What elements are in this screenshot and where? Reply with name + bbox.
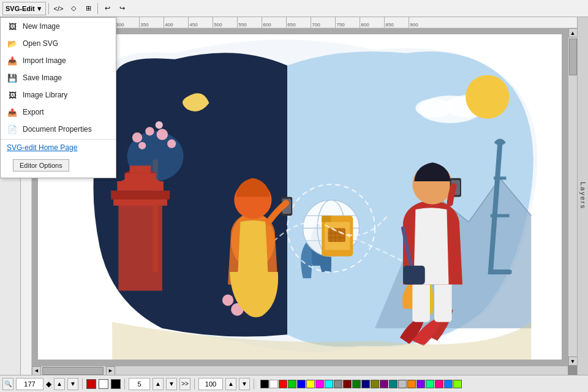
svg-point-14 [222, 295, 233, 306]
palette-gray[interactable] [334, 380, 342, 388]
palette-black[interactable] [260, 380, 269, 388]
zoom-out-button[interactable]: 🔍 [2, 378, 13, 390]
scroll-thumb-horizontal[interactable] [42, 367, 104, 375]
layers-panel[interactable]: Layers [577, 17, 588, 375]
zoom-arrow-up[interactable]: ▲ [54, 378, 65, 390]
new-image-icon: 🖼 [7, 21, 18, 32]
svg-point-6 [132, 132, 142, 142]
fill-color-swatch[interactable] [99, 379, 108, 389]
opacity-arrow-up[interactable]: ▲ [225, 378, 236, 390]
palette-purple[interactable] [380, 380, 388, 388]
scroll-left-arrow[interactable]: ◄ [32, 366, 41, 375]
svg-rect-21 [130, 165, 151, 173]
scroll-right-arrow[interactable]: ► [106, 366, 115, 375]
zoom-arrow-down[interactable]: ▼ [67, 378, 78, 390]
palette-chartreuse[interactable] [453, 380, 462, 388]
palette-white[interactable] [270, 380, 278, 388]
svg-point-9 [167, 140, 176, 148]
palette-olive[interactable] [371, 380, 379, 388]
scroll-thumb-vertical[interactable] [569, 39, 577, 75]
palette-dodger-blue[interactable] [444, 380, 453, 388]
menu-item-open-svg[interactable]: 📂 Open SVG [1, 35, 116, 52]
palette-yellow[interactable] [306, 380, 315, 388]
grid-button[interactable]: ⊞ [81, 2, 95, 15]
palette-blue[interactable] [297, 380, 306, 388]
svg-point-11 [156, 121, 163, 129]
menu-item-new-image-label: New Image [23, 22, 60, 31]
svg-point-10 [138, 142, 146, 149]
opacity-arrow-down[interactable]: ▼ [239, 378, 250, 390]
svg-point-2 [415, 99, 453, 118]
menu-item-save-image[interactable]: 💾 Save Image [1, 69, 116, 86]
palette-teal[interactable] [389, 380, 398, 388]
zoom-stepper: ◆ [46, 380, 51, 388]
menu-item-doc-props-label: Document Properties [23, 125, 92, 134]
ruler-tick-550: 550 [237, 17, 262, 28]
canvas-svg[interactable] [38, 34, 562, 360]
menu-item-document-properties[interactable]: 📄 Document Properties [1, 121, 116, 138]
palette-rose[interactable] [435, 380, 443, 388]
ruler-tick-700: 700 [311, 17, 335, 28]
svg-rect-43 [403, 266, 425, 285]
zoom-out-icon: 🔍 [4, 380, 12, 387]
stroke-color-swatch[interactable] [86, 379, 96, 389]
toolbar-separator-2 [97, 3, 98, 14]
open-svg-icon: 📂 [7, 38, 18, 49]
opacity-input[interactable] [198, 378, 223, 390]
chevron-down-icon: ▼ [36, 5, 43, 12]
palette-spring-green[interactable] [426, 380, 434, 388]
menu-item-import-image[interactable]: 📥 Import Image [1, 52, 116, 69]
palette-cyan[interactable] [325, 380, 333, 388]
main-toolbar: SVG-Edit ▼ 🖼 New Image 📂 Open SVG 📥 Impo… [0, 0, 588, 17]
ruler-tick-800: 800 [360, 17, 384, 28]
menu-item-export-label: Export [23, 108, 44, 116]
palette-silver[interactable] [398, 380, 407, 388]
svg-point-7 [145, 127, 154, 135]
menu-item-open-svg-label: Open SVG [23, 39, 58, 48]
stroke-options-button[interactable]: >> [179, 378, 190, 390]
svg-edit-menu-button[interactable]: SVG-Edit ▼ [2, 2, 46, 15]
palette-navy[interactable] [361, 380, 370, 388]
palette-magenta[interactable] [315, 380, 324, 388]
palette-green[interactable] [288, 380, 296, 388]
ruler-tick-350: 350 [139, 17, 164, 28]
svg-point-3 [466, 75, 509, 118]
stroke-arrow-down[interactable]: ▼ [166, 378, 177, 390]
svg-rect-31 [328, 228, 345, 242]
svg-edit-home-link[interactable]: SVG-edit Home Page [1, 141, 116, 154]
menu-item-image-library[interactable]: 🖼 Image Library [1, 86, 116, 104]
ruler-tick-300: 300 [115, 17, 139, 28]
palette-violet[interactable] [417, 380, 425, 388]
scroll-down-arrow[interactable]: ▼ [568, 356, 578, 366]
palette-orange[interactable] [407, 380, 416, 388]
stroke-width-input[interactable] [129, 378, 150, 390]
menu-item-new-image[interactable]: 🖼 New Image [1, 18, 116, 35]
shape-library-button[interactable]: ◇ [67, 2, 80, 15]
image-library-icon: 🖼 [7, 89, 18, 100]
palette-red[interactable] [279, 380, 287, 388]
code-view-button[interactable]: </> [51, 2, 66, 15]
menu-item-export[interactable]: 📤 Export [1, 104, 116, 121]
undo-icon: ↩ [105, 4, 110, 12]
palette-maroon[interactable] [343, 380, 352, 388]
scroll-up-arrow[interactable]: ▲ [568, 28, 578, 37]
svg-rect-18 [111, 190, 170, 199]
status-sep-1 [82, 379, 83, 390]
color-palette [260, 380, 462, 388]
import-image-icon: 📥 [7, 55, 18, 66]
menu-item-import-image-label: Import Image [23, 56, 66, 65]
vertical-scrollbar[interactable]: ▲ ▼ [568, 28, 577, 366]
redo-button[interactable]: ↪ [115, 2, 129, 15]
toolbar-separator-1 [48, 3, 49, 14]
stroke-arrow-up[interactable]: ▲ [153, 378, 164, 390]
editor-options-button[interactable]: Editor Options [13, 159, 69, 172]
ruler-tick-750: 750 [335, 17, 360, 28]
zoom-input[interactable] [16, 378, 43, 390]
undo-button[interactable]: ↩ [100, 2, 114, 15]
svg-edit-label: SVG-Edit [6, 5, 35, 12]
ruler-tick-450: 450 [188, 17, 213, 28]
horizontal-scrollbar[interactable]: ◄ ► [32, 366, 568, 375]
palette-dark-green[interactable] [352, 380, 361, 388]
ruler-tick-600: 600 [262, 17, 286, 28]
secondary-color-swatch[interactable] [111, 379, 121, 389]
